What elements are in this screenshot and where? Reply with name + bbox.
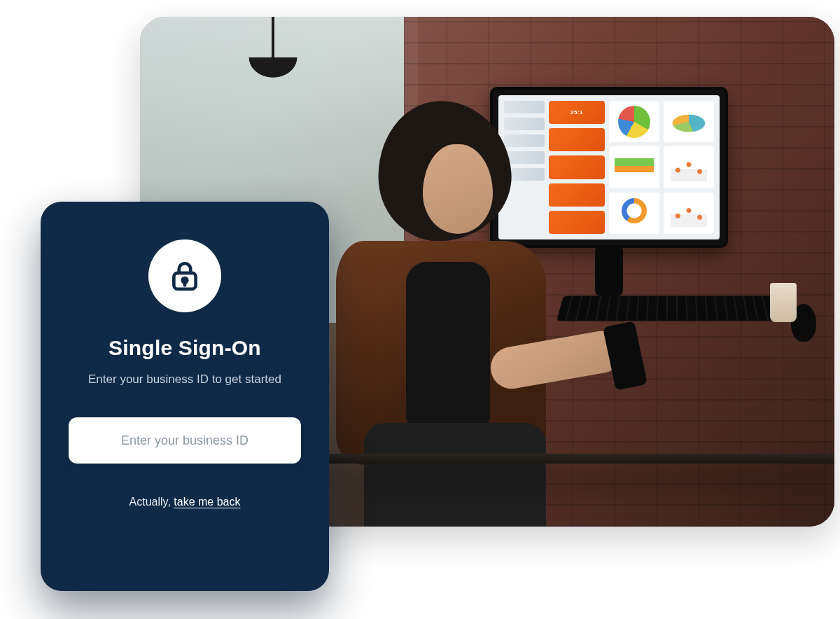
back-prefix: Actually, bbox=[130, 496, 174, 508]
composition-stage: 25:1 bbox=[0, 0, 840, 619]
pie-chart-3d-icon bbox=[664, 101, 714, 142]
take-me-back-link[interactable]: take me back bbox=[174, 496, 240, 508]
donut-chart-icon bbox=[609, 193, 659, 234]
sso-login-card: Single Sign-On Enter your business ID to… bbox=[41, 202, 329, 591]
person-face bbox=[423, 144, 493, 234]
monitor-stand bbox=[595, 248, 623, 297]
lock-icon bbox=[148, 239, 221, 312]
line-chart-icon bbox=[664, 193, 714, 234]
line-chart-icon bbox=[664, 146, 714, 188]
ceiling-lamp-icon bbox=[231, 57, 315, 92]
keyboard bbox=[556, 296, 788, 321]
login-title: Single Sign-On bbox=[108, 336, 261, 360]
login-subtitle: Enter your business ID to get started bbox=[88, 373, 281, 387]
back-line: Actually, take me back bbox=[130, 496, 241, 508]
bar-chart-icon bbox=[609, 146, 659, 188]
person-legs bbox=[364, 423, 546, 527]
business-id-input[interactable] bbox=[69, 417, 301, 464]
pie-chart-icon bbox=[609, 101, 659, 142]
dashboard-charts bbox=[609, 101, 714, 234]
coffee-cup bbox=[770, 283, 797, 322]
